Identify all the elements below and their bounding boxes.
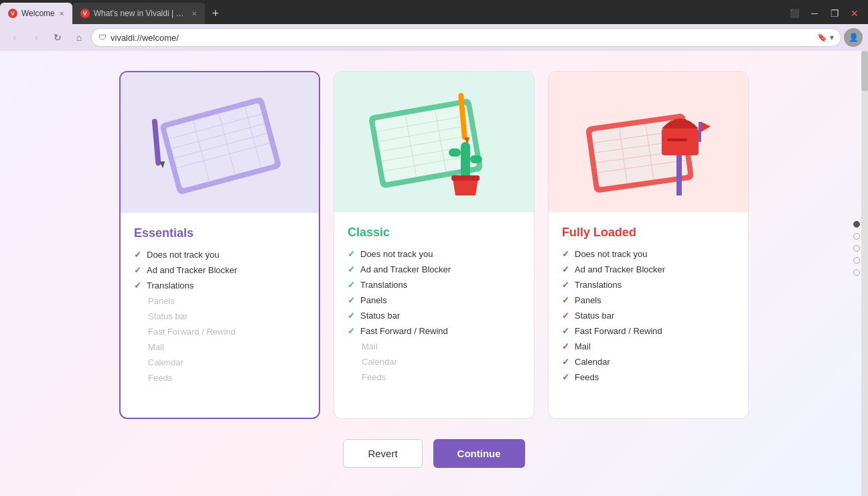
shield-icon: 🛡 (98, 33, 106, 42)
scroll-dot-4[interactable] (853, 269, 860, 276)
scroll-dot-2[interactable] (853, 245, 860, 252)
check-icon: ✓ (562, 280, 569, 290)
classic-feature-6: Mail (348, 341, 520, 351)
fully-loaded-feature-7: ✓ Calendar (562, 357, 735, 367)
feature-label: Mail (575, 341, 591, 351)
card-classic-body: Classic ✓ Does not track you ✓ Ad and Tr… (334, 212, 534, 418)
scroll-indicator (853, 221, 860, 276)
toolbar: ‹ › ↻ ⌂ 🛡 vivaldi://welcome/ 🔖 ▾ 👤 (0, 24, 868, 51)
fully-loaded-feature-5: ✓ Fast Forward / Rewind (562, 326, 735, 336)
card-classic[interactable]: Classic ✓ Does not track you ✓ Ad and Tr… (334, 71, 534, 419)
card-fully-loaded-body: Fully Loaded ✓ Does not track you ✓ Ad a… (549, 212, 748, 418)
feature-label: Mail (148, 342, 164, 352)
check-icon: ✓ (562, 295, 569, 305)
card-fully-loaded[interactable]: Fully Loaded ✓ Does not track you ✓ Ad a… (548, 71, 749, 419)
essentials-feature-8: Feeds (134, 373, 305, 383)
feature-label: Translations (575, 280, 622, 290)
tab-welcome[interactable]: V Welcome ✕ (0, 3, 72, 24)
window-close-button[interactable]: ⬛ (785, 4, 804, 23)
tab-whats-new[interactable]: V What's new in Vivaldi | Viv… ✕ (72, 3, 205, 24)
check-icon: ✓ (562, 326, 569, 336)
forward-button[interactable]: › (27, 28, 46, 47)
check-icon: ✓ (562, 311, 569, 321)
scrollbar-thumb[interactable] (861, 51, 868, 91)
svg-marker-10 (159, 161, 165, 169)
svg-rect-24 (470, 155, 482, 163)
add-tab-button[interactable]: + (206, 4, 225, 23)
card-fully-loaded-title: Fully Loaded (562, 226, 735, 240)
tab-label-whats-new: What's new in Vivaldi | Viv… (94, 9, 188, 18)
check-icon: ✓ (562, 372, 569, 382)
svg-rect-23 (449, 149, 461, 157)
check-icon: ✓ (562, 357, 569, 367)
card-image-essentials (121, 72, 319, 213)
check-icon: ✓ (134, 265, 141, 275)
card-image-classic (334, 72, 534, 212)
window-controls: ⬛ ─ ❐ ✕ (785, 3, 868, 24)
check-icon: ✓ (348, 326, 355, 336)
fully-loaded-feature-3: ✓ Panels (562, 295, 735, 305)
svg-rect-9 (152, 118, 161, 165)
continue-button[interactable]: Continue (433, 439, 525, 468)
classic-feature-7: Calendar (348, 357, 520, 367)
essentials-feature-5: Fast Forward / Rewind (134, 327, 305, 337)
home-button[interactable]: ⌂ (70, 28, 88, 47)
fully-loaded-feature-6: ✓ Mail (562, 341, 735, 351)
tab-close-welcome[interactable]: ✕ (59, 10, 64, 17)
back-button[interactable]: ‹ (5, 28, 24, 47)
essentials-feature-2: ✓ Translations (134, 280, 305, 291)
feature-label: Does not track you (147, 250, 219, 260)
check-icon: ✓ (348, 311, 355, 321)
scrollbar[interactable] (861, 51, 868, 496)
feature-label: Translations (147, 280, 194, 291)
feature-label: Ad and Tracker Blocker (147, 265, 237, 275)
window-x-button[interactable]: ✕ (845, 4, 864, 23)
feature-label: Ad and Tracker Blocker (575, 264, 665, 274)
feature-label: Calendar (148, 357, 184, 367)
window-minimize-button[interactable]: ─ (805, 4, 824, 23)
address-actions: 🔖 ▾ (817, 33, 834, 42)
scroll-dot-0[interactable] (853, 221, 860, 228)
card-essentials-body: Essentials ✓ Does not track you ✓ Ad and… (121, 213, 319, 418)
illustration-essentials (146, 89, 293, 196)
check-icon: ✓ (562, 264, 569, 274)
check-icon: ✓ (562, 341, 569, 351)
bookmark-icon[interactable]: 🔖 (817, 33, 827, 42)
card-essentials[interactable]: Essentials ✓ Does not track you ✓ Ad and… (119, 71, 320, 419)
feature-label: Does not track you (360, 249, 433, 259)
check-icon: ✓ (348, 264, 355, 274)
svg-rect-22 (461, 142, 470, 179)
check-icon: ✓ (562, 249, 569, 259)
feature-label: Mail (362, 341, 378, 351)
profile-button[interactable]: 👤 (844, 28, 863, 47)
feature-label: Feeds (575, 372, 599, 382)
feature-label: Panels (575, 295, 601, 305)
card-classic-title: Classic (348, 226, 520, 240)
essentials-feature-1: ✓ Ad and Tracker Blocker (134, 265, 305, 275)
svg-rect-36 (676, 155, 682, 195)
revert-button[interactable]: Revert (343, 439, 422, 468)
svg-rect-39 (699, 122, 701, 142)
classic-feature-list: ✓ Does not track you ✓ Ad and Tracker Bl… (348, 249, 520, 382)
card-essentials-title: Essentials (134, 226, 305, 240)
feature-label: Does not track you (575, 249, 647, 259)
scroll-dot-3[interactable] (853, 257, 860, 264)
feature-label: Calendar (575, 357, 610, 367)
tab-close-whats-new[interactable]: ✕ (192, 10, 197, 17)
feature-label: Calendar (362, 357, 397, 367)
reload-button[interactable]: ↻ (48, 28, 67, 47)
check-icon: ✓ (348, 295, 355, 305)
window-maximize-button[interactable]: ❐ (825, 4, 844, 23)
scroll-dot-1[interactable] (853, 233, 860, 240)
fully-loaded-feature-0: ✓ Does not track you (562, 249, 735, 259)
feature-label: Status bar (148, 311, 188, 321)
address-chevron[interactable]: ▾ (830, 33, 834, 42)
essentials-feature-6: Mail (134, 342, 305, 352)
feature-label: Status bar (575, 311, 614, 321)
bottom-actions: Revert Continue (343, 439, 524, 468)
svg-rect-38 (667, 139, 687, 141)
address-bar[interactable]: 🛡 vivaldi://welcome/ 🔖 ▾ (91, 28, 841, 47)
check-icon: ✓ (348, 280, 355, 290)
classic-feature-5: ✓ Fast Forward / Rewind (348, 326, 520, 336)
feature-label: Feeds (148, 373, 172, 383)
